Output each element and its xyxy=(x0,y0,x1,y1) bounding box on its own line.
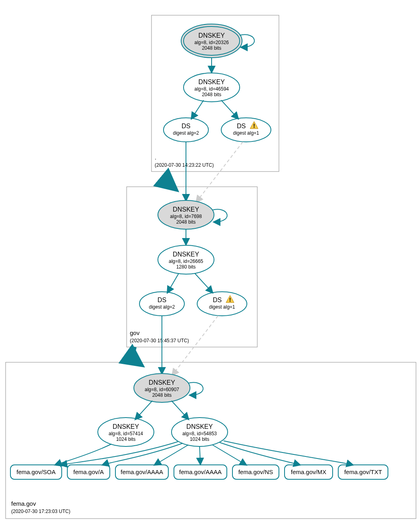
leaf-aaaa2: fema.gov/AAAA xyxy=(174,465,227,479)
svg-text:fema.gov/AAAA: fema.gov/AAAA xyxy=(179,468,222,475)
svg-text:1280 bits: 1280 bits xyxy=(176,264,196,270)
edge-root-ds1-to-gov-ksk xyxy=(196,142,243,202)
edge-fema-ksk-selfloop xyxy=(188,382,203,395)
svg-point-12 xyxy=(221,118,271,142)
zone-label-fema: fema.gov xyxy=(11,500,36,507)
zone-time-gov: (2020-07-30 15:45:37 UTC) xyxy=(130,338,189,343)
edge-fema-ksk-to-zsk2 xyxy=(172,401,188,419)
svg-text:DS: DS xyxy=(182,123,190,129)
node-root-ksk: DNSKEY alg=8, id=20326 2048 bits xyxy=(181,24,242,58)
edge-gov-zsk-to-ds1 xyxy=(195,273,212,293)
edge-root-zsk-to-ds1 xyxy=(221,100,238,119)
svg-text:DS: DS xyxy=(213,297,222,303)
svg-text:2048 bits: 2048 bits xyxy=(202,45,222,51)
edge-gov-zone-to-fema-zone xyxy=(135,347,141,365)
zone-label-gov: gov xyxy=(130,329,140,336)
edge-gov-ds1-to-fema-ksk xyxy=(172,316,218,375)
node-fema-zsk1: DNSKEY alg=8, id=57414 1024 bits xyxy=(98,418,154,446)
edge-zsk2-to-aaaa2 xyxy=(200,446,200,464)
svg-text:fema.gov/AAAA: fema.gov/AAAA xyxy=(121,468,163,475)
svg-text:2048 bits: 2048 bits xyxy=(202,92,222,97)
svg-text:!: ! xyxy=(229,297,231,303)
svg-text:DNSKEY: DNSKEY xyxy=(173,251,199,258)
edge-gov-ksk-selfloop xyxy=(212,209,227,222)
svg-point-9 xyxy=(164,118,208,142)
edge-root-zsk-to-ds2 xyxy=(192,100,204,119)
svg-text:2048 bits: 2048 bits xyxy=(152,392,172,398)
edge-zsk2-to-a xyxy=(103,443,183,465)
zone-time-root: (2020-07-30 14:23:22 UTC) xyxy=(155,162,214,168)
zone-label-root: . xyxy=(155,154,156,161)
edge-zsk2-to-txt xyxy=(224,441,353,465)
svg-text:alg=8, id=54853: alg=8, id=54853 xyxy=(182,431,217,436)
svg-text:fema.gov/NS: fema.gov/NS xyxy=(238,468,273,475)
svg-text:digest alg=1: digest alg=1 xyxy=(233,130,259,136)
svg-text:!: ! xyxy=(253,123,255,129)
svg-text:digest alg=2: digest alg=2 xyxy=(173,130,199,136)
leaf-txt: fema.gov/TXT xyxy=(338,465,388,479)
svg-text:DNSKEY: DNSKEY xyxy=(149,379,175,386)
svg-text:DS: DS xyxy=(237,123,246,129)
node-root-ds2: DS digest alg=2 xyxy=(164,118,208,142)
node-fema-zsk2: DNSKEY alg=8, id=54853 1024 bits xyxy=(172,418,228,446)
svg-text:DNSKEY: DNSKEY xyxy=(198,32,225,39)
svg-text:alg=8, id=57414: alg=8, id=57414 xyxy=(109,431,143,436)
edge-gov-zsk-to-ds2 xyxy=(168,273,179,293)
svg-text:DNSKEY: DNSKEY xyxy=(173,206,199,213)
svg-point-24 xyxy=(139,292,184,316)
edge-zsk2-to-ns xyxy=(212,445,246,465)
svg-point-27 xyxy=(197,292,247,316)
node-gov-ds2: DS digest alg=2 xyxy=(139,292,184,316)
svg-text:DS: DS xyxy=(158,297,166,303)
leaf-ns: fema.gov/NS xyxy=(232,465,279,479)
svg-text:2048 bits: 2048 bits xyxy=(176,219,196,225)
node-gov-ksk: DNSKEY alg=8, id=7698 2048 bits xyxy=(158,200,214,229)
svg-text:1024 bits: 1024 bits xyxy=(190,436,210,442)
svg-text:DNSKEY: DNSKEY xyxy=(198,79,225,85)
zone-time-fema: (2020-07-30 17:23:03 UTC) xyxy=(11,509,70,514)
svg-text:alg=8, id=20326: alg=8, id=20326 xyxy=(194,40,229,45)
svg-text:alg=8, id=7698: alg=8, id=7698 xyxy=(170,214,202,219)
svg-text:digest alg=2: digest alg=2 xyxy=(149,304,175,310)
node-root-zsk: DNSKEY alg=8, id=46594 2048 bits xyxy=(184,73,240,102)
svg-text:fema.gov/A: fema.gov/A xyxy=(73,468,104,475)
leaf-aaaa1: fema.gov/AAAA xyxy=(115,465,168,479)
svg-text:fema.gov/SOA: fema.gov/SOA xyxy=(16,468,56,475)
edge-zsk2-to-aaaa1 xyxy=(155,445,188,465)
leaf-a: fema.gov/A xyxy=(67,465,110,479)
node-root-ds1: DS digest alg=1 ! xyxy=(221,118,271,142)
node-fema-ksk: DNSKEY alg=8, id=60907 2048 bits xyxy=(134,374,190,402)
node-gov-ds1: DS digest alg=1 ! xyxy=(197,292,247,316)
leaf-mx: fema.gov/MX xyxy=(285,465,333,479)
svg-text:fema.gov/MX: fema.gov/MX xyxy=(291,468,326,475)
edge-root-zone-to-gov-zone xyxy=(169,172,176,189)
svg-text:DNSKEY: DNSKEY xyxy=(186,423,213,430)
svg-text:alg=8, id=26665: alg=8, id=26665 xyxy=(169,258,203,264)
svg-text:alg=8, id=46594: alg=8, id=46594 xyxy=(194,86,229,92)
edge-fema-ksk-to-zsk1 xyxy=(135,401,152,419)
svg-text:DNSKEY: DNSKEY xyxy=(113,423,139,430)
node-gov-zsk: DNSKEY alg=8, id=26665 1280 bits xyxy=(158,245,214,274)
svg-text:digest alg=1: digest alg=1 xyxy=(209,304,235,310)
svg-text:fema.gov/TXT: fema.gov/TXT xyxy=(344,468,382,475)
svg-text:alg=8, id=60907: alg=8, id=60907 xyxy=(145,387,179,392)
svg-text:1024 bits: 1024 bits xyxy=(116,436,136,442)
leaf-soa: fema.gov/SOA xyxy=(10,465,62,479)
